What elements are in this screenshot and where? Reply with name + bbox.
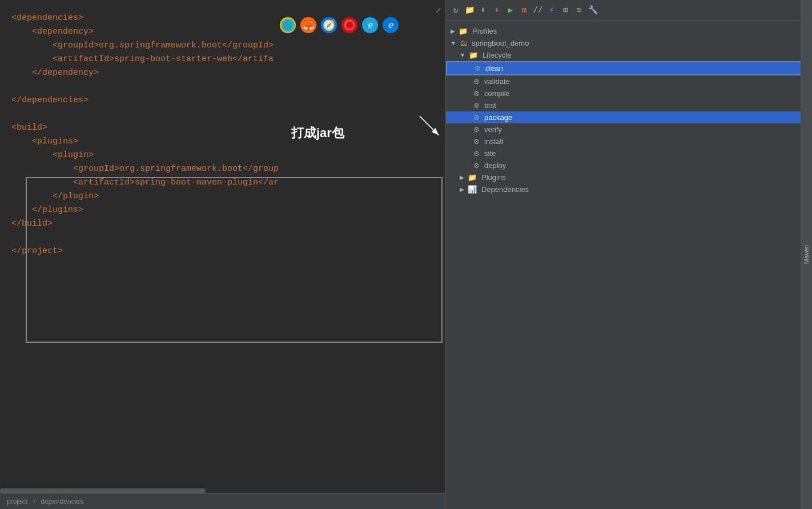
- profiles-folder-icon: 📁: [459, 27, 468, 35]
- tree-package[interactable]: ⚙ package: [446, 111, 812, 123]
- verify-label: verify: [484, 125, 502, 134]
- demo-arrow: ▼: [451, 40, 456, 46]
- ie-icon: ℯ: [362, 17, 378, 33]
- demo-folder-icon: 🗂: [460, 39, 467, 47]
- tree-lifecycle[interactable]: ▼ 📁 Lifecycle: [446, 49, 812, 61]
- code-line-17: [11, 231, 445, 245]
- breadcrumb-sep: ›: [32, 498, 36, 506]
- checkmark-icon: ✓: [436, 5, 441, 16]
- chrome-icon: 🌐: [280, 17, 296, 33]
- editor-scrollbar[interactable]: [0, 488, 206, 493]
- browser-icons-row: 🌐 🦊 🧭 ⭕ ℯ ℯ: [280, 17, 399, 33]
- refresh-icon[interactable]: ↻: [451, 5, 461, 15]
- maven-tree: ▶ 📁 Profiles ▼ 🗂 springboot_demo ▼ 📁 Lif…: [446, 21, 812, 200]
- clean-label: clean: [485, 64, 503, 73]
- plugins-label: Plugins: [481, 173, 506, 182]
- tree-validate[interactable]: ⚙ validate: [446, 75, 812, 87]
- tree-profiles[interactable]: ▶ 📁 Profiles: [446, 25, 812, 37]
- run-icon[interactable]: ▶: [505, 5, 516, 15]
- deploy-gear-icon: ⚙: [473, 162, 480, 170]
- code-line-14: </plugin>: [11, 190, 445, 203]
- code-line-16: </build>: [11, 217, 445, 231]
- tree-compile[interactable]: ⚙ compile: [446, 87, 812, 99]
- dependencies-arrow: ▶: [460, 186, 464, 193]
- opera-icon: ⭕: [341, 17, 357, 33]
- site-gear-icon: ⚙: [473, 150, 480, 158]
- compile-gear-icon: ⚙: [473, 90, 480, 98]
- code-line-11: <plugin>: [11, 149, 445, 162]
- jar-arrow: [340, 111, 443, 140]
- safari-icon: 🧭: [321, 17, 337, 33]
- demo-label: springboot_demo: [472, 39, 529, 47]
- code-line-7: </dependencies>: [11, 94, 445, 107]
- skip-icon[interactable]: //: [533, 5, 543, 15]
- profiles-label: Profiles: [472, 27, 497, 35]
- validate-gear-icon: ⚙: [473, 78, 480, 86]
- tree-site[interactable]: ⚙ site: [446, 147, 812, 159]
- folder-icon[interactable]: 📁: [464, 5, 475, 15]
- lifecycle-arrow: ▼: [460, 52, 465, 58]
- tree-dependencies-node[interactable]: ▶ 📊 Dependencies: [446, 183, 812, 195]
- verify-gear-icon: ⚙: [473, 126, 480, 134]
- download-icon[interactable]: ⬇: [478, 5, 488, 15]
- install-label: install: [484, 137, 503, 146]
- test-label: test: [484, 101, 496, 110]
- lifecycle-label: Lifecycle: [483, 51, 512, 59]
- tree-deploy[interactable]: ⚙ deploy: [446, 159, 812, 171]
- code-editor[interactable]: <dependencies> <dependency> <groupId>org…: [0, 0, 445, 509]
- maven-toolbar: ↻ 📁 ⬇ + ▶ m // ⚡ ⊞ ≋ 🔧: [446, 0, 812, 21]
- firefox-icon: 🦊: [300, 17, 316, 33]
- lifecycle-folder-icon: 📁: [469, 51, 478, 59]
- install-gear-icon: ⚙: [473, 138, 480, 146]
- package-label: package: [484, 113, 512, 122]
- tree-clean[interactable]: ⚙ clean: [446, 61, 812, 75]
- code-line-13: <artifactId>spring-boot-maven-plugin</ar: [11, 176, 445, 190]
- code-line-12: <groupId>org.springframework.boot</group: [11, 162, 445, 176]
- breadcrumb-project: project: [7, 498, 27, 506]
- maven-panel: ✓ ↻ 📁 ⬇ + ▶ m // ⚡ ⊞ ≋ 🔧 ▶ 📁 Profiles ▼ …: [445, 0, 812, 509]
- dependencies-node-label: Dependencies: [481, 185, 529, 194]
- deploy-label: deploy: [484, 161, 506, 170]
- tree-plugins[interactable]: ▶ 📁 Plugins: [446, 171, 812, 183]
- code-line-18: </project>: [11, 245, 445, 258]
- validate-label: validate: [484, 77, 510, 86]
- grid-icon[interactable]: ⊞: [560, 5, 570, 15]
- wrench-icon[interactable]: 🔧: [588, 5, 598, 15]
- compile-label: compile: [484, 89, 510, 98]
- profiles-arrow: ▶: [451, 28, 455, 34]
- svg-line-1: [420, 116, 439, 135]
- code-line-5: </dependency>: [11, 66, 445, 80]
- filter-icon[interactable]: ≋: [574, 5, 584, 15]
- clean-gear-icon: ⚙: [475, 65, 481, 73]
- dependencies-folder-icon: 📊: [468, 185, 477, 194]
- jar-annotation-label: 打成jar包: [291, 125, 344, 142]
- code-line-6: [11, 80, 445, 94]
- tree-install[interactable]: ⚙ install: [446, 135, 812, 147]
- add-icon[interactable]: +: [492, 5, 502, 15]
- plugins-arrow: ▶: [460, 174, 464, 181]
- tree-springboot-demo[interactable]: ▼ 🗂 springboot_demo: [446, 37, 812, 49]
- status-bar: project › dependencies: [0, 493, 445, 509]
- package-gear-icon: ⚙: [473, 114, 480, 122]
- tree-test[interactable]: ⚙ test: [446, 99, 812, 111]
- maven-vertical-text: Maven: [803, 245, 810, 264]
- site-label: site: [484, 149, 496, 158]
- test-gear-icon: ⚙: [473, 102, 480, 110]
- code-line-3: <groupId>org.springframework.boot</group…: [11, 39, 445, 53]
- plugins-folder-icon: 📁: [468, 173, 477, 182]
- maven-m-icon[interactable]: m: [519, 5, 529, 15]
- maven-vertical-label: Maven: [801, 0, 812, 509]
- breadcrumb-dependencies: dependencies: [41, 498, 83, 506]
- lightning-icon[interactable]: ⚡: [546, 5, 557, 15]
- code-line-15: </plugins>: [11, 203, 445, 217]
- tree-verify[interactable]: ⚙ verify: [446, 123, 812, 135]
- edge-icon: ℯ: [383, 17, 399, 33]
- code-line-4: <artifactId>spring-boot-starter-web</art…: [11, 53, 445, 66]
